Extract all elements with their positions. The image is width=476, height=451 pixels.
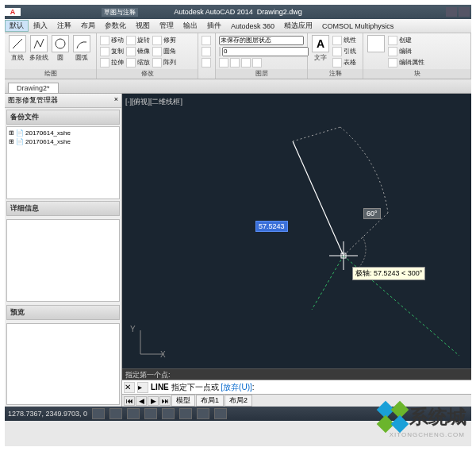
- title-bar: A 草图与注释 Autodesk AutoCAD 2014 Drawing2.d…: [5, 5, 471, 19]
- palette-close-icon[interactable]: ×: [114, 95, 118, 106]
- snap-toggle[interactable]: [92, 408, 105, 419]
- tab-parametric[interactable]: 参数化: [100, 21, 131, 31]
- block-insert-tool[interactable]: [367, 35, 386, 52]
- command-option[interactable]: [放弃(U)]: [221, 382, 251, 393]
- layer-tool3-icon[interactable]: [241, 58, 251, 67]
- tab-annotate[interactable]: 注释: [52, 21, 76, 31]
- layer-tool4-icon[interactable]: [252, 58, 262, 67]
- linear-dim-tool[interactable]: 线性: [332, 35, 356, 45]
- command-line[interactable]: ✕ ▸ LINE 指定下一点或 [放弃(U)] :: [122, 380, 471, 394]
- qat-new-icon[interactable]: [24, 7, 33, 17]
- tab-model[interactable]: 模型: [171, 395, 195, 407]
- layer-tool2-icon[interactable]: [230, 58, 240, 67]
- status-coords: 1278.7367, 2349.9703, 0: [8, 410, 87, 418]
- tab-insert[interactable]: 插入: [29, 21, 52, 31]
- block-create-tool[interactable]: 创建: [388, 35, 424, 45]
- scale-tool[interactable]: 缩放: [126, 57, 150, 67]
- drawing-canvas[interactable]: [-][俯视][二维线框] X: [122, 94, 471, 368]
- command-chevron-icon[interactable]: ▸: [137, 382, 148, 393]
- panel-title-annot: 注释: [308, 69, 363, 79]
- tab-featured[interactable]: 精选应用: [279, 21, 317, 31]
- qat-print-icon[interactable]: [87, 7, 97, 17]
- minimize-button[interactable]: [446, 7, 457, 17]
- table-tool[interactable]: 表格: [332, 57, 356, 67]
- layer-bulb-icon[interactable]: [219, 47, 221, 56]
- svg-line-2: [293, 141, 344, 256]
- block-editattr-tool[interactable]: 编辑属性: [388, 57, 424, 67]
- layer-state-dropdown[interactable]: [219, 36, 304, 45]
- tab-view[interactable]: 视图: [131, 21, 155, 31]
- arc-tool[interactable]: 圆弧: [72, 35, 91, 62]
- dynamic-distance-input[interactable]: 57.5243: [255, 221, 288, 232]
- tab-nav-last[interactable]: ⏭: [159, 396, 171, 406]
- ribbon-panel-annot: A文字 线性 引线 表格 注释: [308, 33, 363, 79]
- tab-plugins[interactable]: 插件: [202, 21, 226, 31]
- ortho-toggle[interactable]: [127, 408, 140, 419]
- panel-title-modify: 修改: [97, 69, 198, 79]
- tree-node-file1[interactable]: ⊞📄20170614_xshe: [9, 129, 117, 137]
- fillet-tool[interactable]: 圆角: [152, 46, 176, 56]
- lwt-toggle[interactable]: [214, 408, 227, 419]
- palette-section-details[interactable]: 详细信息: [6, 201, 120, 216]
- mirror-tool[interactable]: 镜像: [126, 46, 150, 56]
- polar-tooltip: 极轴: 57.5243 < 300°: [352, 267, 425, 280]
- lineweight-icon[interactable]: [202, 58, 211, 67]
- qat-open-icon[interactable]: [36, 7, 46, 17]
- line-tool[interactable]: 直线: [8, 35, 27, 62]
- array-tool[interactable]: 阵列: [152, 57, 176, 67]
- layer-tool-icon[interactable]: [219, 58, 228, 67]
- panel-title-draw: 绘图: [5, 69, 96, 79]
- workspace-dropdown[interactable]: 草图与注释: [102, 8, 138, 17]
- tab-comsol[interactable]: COMSOL Multiphysics: [317, 22, 398, 30]
- file-icon: 📄: [16, 129, 24, 137]
- move-tool[interactable]: 移动: [100, 35, 124, 45]
- trim-tool[interactable]: 修剪: [152, 35, 176, 45]
- copy-tool[interactable]: 复制: [100, 46, 124, 56]
- tree-node-file2[interactable]: ⊞📄20170614_xshe: [9, 137, 117, 146]
- palette-section-backup[interactable]: 备份文件: [6, 110, 120, 125]
- app-logo[interactable]: A: [5, 8, 21, 16]
- block-edit-tool[interactable]: 编辑: [388, 46, 424, 56]
- text-tool[interactable]: A文字: [311, 35, 330, 62]
- tab-default[interactable]: 默认: [5, 20, 29, 32]
- axis-x-label: X: [160, 350, 166, 359]
- file-tab-drawing2[interactable]: Drawing2*: [8, 83, 59, 93]
- tab-layout[interactable]: 布局: [76, 21, 100, 31]
- leader-tool[interactable]: 引线: [332, 46, 356, 56]
- polar-toggle[interactable]: [144, 408, 157, 419]
- svg-line-0: [13, 39, 22, 48]
- ribbon-panel-draw: 直线 多段线 圆 圆弧 绘图: [5, 33, 97, 79]
- model-layout-tabs: ⏮ ◀ ▶ ⏭ 模型 布局1 布局2: [122, 394, 471, 407]
- linetype-icon[interactable]: [202, 47, 211, 56]
- rotate-tool[interactable]: 旋转: [126, 35, 150, 45]
- ribbon: 直线 多段线 圆 圆弧 绘图 移动 复制 拉伸 旋转 镜像 缩放: [5, 33, 471, 79]
- color-swatch-icon[interactable]: [202, 36, 211, 45]
- circle-tool[interactable]: 圆: [51, 35, 70, 62]
- qat-save-icon[interactable]: [49, 7, 59, 17]
- tab-nav-next[interactable]: ▶: [148, 396, 159, 406]
- tab-layout2[interactable]: 布局2: [225, 395, 252, 407]
- palette-title: 图形修复管理器: [8, 95, 58, 106]
- osnap-toggle[interactable]: [162, 408, 175, 419]
- tab-layout1[interactable]: 布局1: [196, 395, 224, 407]
- dyn-toggle[interactable]: [197, 408, 209, 419]
- layer-dropdown[interactable]: [222, 47, 309, 56]
- tab-nav-first[interactable]: ⏮: [124, 396, 135, 406]
- qat-redo-icon[interactable]: [75, 7, 84, 17]
- maximize-button[interactable]: [459, 7, 470, 17]
- ribbon-tabs: 默认 插入 注释 布局 参数化 视图 管理 输出 插件 Autodesk 360…: [5, 19, 471, 33]
- grid-toggle[interactable]: [109, 408, 122, 419]
- tab-a360[interactable]: Autodesk 360: [226, 22, 279, 30]
- command-history-line: 指定第一个点:: [122, 368, 471, 380]
- stretch-tool[interactable]: 拉伸: [100, 57, 124, 67]
- panel-title-block: 块: [363, 69, 470, 79]
- tab-output[interactable]: 输出: [178, 21, 202, 31]
- tab-manage[interactable]: 管理: [155, 21, 178, 31]
- command-close-icon[interactable]: ✕: [124, 382, 135, 393]
- polyline-tool[interactable]: 多段线: [29, 35, 48, 62]
- otrack-toggle[interactable]: [179, 408, 192, 419]
- qat-undo-icon[interactable]: [62, 7, 71, 17]
- window-title: Autodesk AutoCAD 2014 Drawing2.dwg: [174, 8, 302, 16]
- palette-section-preview[interactable]: 预览: [6, 305, 120, 320]
- tab-nav-prev[interactable]: ◀: [136, 396, 147, 406]
